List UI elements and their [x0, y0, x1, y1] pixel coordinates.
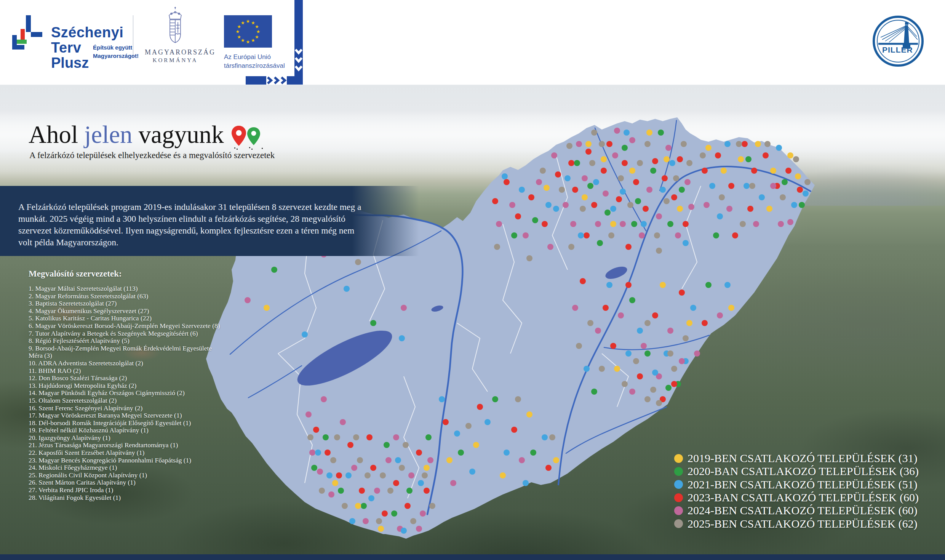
settlement-dot [749, 183, 755, 189]
legend-item: 2024-BEN CSATLAKOZÓ TELEPÜLÉSEK (60) [674, 504, 919, 517]
settlement-dot [702, 320, 708, 326]
settlement-dot [635, 198, 641, 204]
settlement-dot [302, 331, 308, 338]
settlement-dot [747, 206, 753, 212]
settlement-dot [753, 221, 759, 227]
settlement-dot [770, 168, 776, 174]
settlement-dot [326, 472, 333, 478]
settlement-dot [399, 465, 405, 471]
settlement-dot [679, 358, 685, 364]
settlement-dot [764, 141, 771, 147]
settlement-dot [313, 427, 319, 433]
settlement-dot [620, 189, 626, 195]
legend-dot-icon [674, 519, 683, 528]
settlement-dot [715, 152, 721, 158]
settlement-dot [622, 145, 628, 151]
legend-item-label: 2019-BEN CSATLAKOZÓ TELEPÜLÉSEK (31) [688, 452, 918, 465]
settlement-dot [401, 305, 407, 311]
settlement-dot [416, 450, 422, 456]
settlement-dot [370, 465, 376, 471]
settlement-dot [355, 503, 361, 509]
settlement-dot [643, 206, 649, 212]
settlement-dot [803, 190, 809, 197]
settlement-dot [315, 450, 321, 456]
settlement-dot [728, 305, 734, 311]
settlement-dot [724, 282, 731, 288]
settlement-dot [717, 213, 723, 219]
settlement-dot [332, 480, 338, 486]
settlement-dot [519, 457, 525, 463]
settlement-dot [679, 290, 685, 296]
settlement-dot [603, 190, 609, 197]
settlement-dot [677, 206, 683, 212]
legend-item: 2020-BAN CSATLAKOZÓ TELEPÜLÉSEK (36) [674, 465, 919, 478]
settlement-dot [582, 194, 588, 200]
piller-logo: PILLÉR [871, 14, 925, 68]
settlement-dot [584, 366, 590, 372]
settlement-dot [391, 510, 397, 517]
settlement-dot [709, 183, 715, 189]
settlement-dot [614, 366, 620, 372]
settlement-dot [616, 196, 622, 202]
settlement-dot [641, 221, 647, 227]
settlement-dot [705, 282, 712, 288]
settlement-dot [625, 350, 632, 357]
settlement-dot [418, 480, 424, 486]
settlement-dot [580, 206, 586, 212]
settlement-dot [321, 396, 327, 402]
settlement-dot [366, 434, 373, 440]
settlement-dot [601, 156, 607, 162]
settlement-dot [305, 411, 312, 418]
org-list-item: 4. Magyar Ökumenikus Segélyszervezet (27… [29, 307, 224, 315]
settlement-dot [410, 518, 416, 524]
settlement-dot [658, 130, 664, 136]
settlement-dot [782, 179, 788, 185]
settlement-dot [530, 450, 536, 456]
settlement-dot [591, 130, 597, 136]
settlement-dot [359, 488, 365, 494]
settlement-dot [325, 450, 331, 456]
settlement-dot [724, 141, 731, 147]
settlement-dot [776, 145, 782, 151]
settlement-dot [572, 187, 578, 193]
settlement-dot [700, 152, 706, 158]
settlement-dot [502, 173, 508, 179]
settlement-dot [574, 160, 580, 166]
legend-item-label: 2025-BEN CSATLAKOZÓ TELEPÜLÉSEK (62) [688, 517, 918, 530]
settlement-dot [599, 366, 605, 372]
settlement-dot [401, 528, 407, 534]
settlement-dot [492, 396, 498, 402]
piller-label: PILLÉR [882, 45, 913, 54]
settlement-dot [570, 221, 576, 227]
legend-item-label: 2023-BAN CSATLAKOZÓ TELEPÜLÉSEK (60) [688, 491, 919, 504]
settlement-dot [511, 427, 517, 433]
settlement-dot [443, 419, 449, 425]
settlement-dot [585, 149, 592, 155]
legend-item: 2025-BEN CSATLAKOZÓ TELEPÜLÉSEK (62) [674, 517, 919, 530]
settlement-dot [780, 194, 786, 200]
settlement-dot [544, 185, 550, 191]
settlement-dot [355, 259, 361, 265]
settlement-dot [745, 156, 752, 162]
settlement-dot [492, 198, 498, 204]
settlement-dot [553, 206, 559, 212]
settlement-dot [610, 206, 616, 212]
settlement-dot [671, 366, 677, 372]
settlement-dot [673, 175, 679, 181]
settlement-dot [568, 244, 574, 250]
legend-item: 2023-BAN CSATLAKOZÓ TELEPÜLÉSEK (60) [674, 491, 919, 504]
settlement-dot [340, 419, 346, 425]
settlement-dot [675, 232, 681, 238]
settlement-dot [363, 518, 369, 524]
org-list-item: 10. ADRA Adventista Szeretetszolgálat (2… [29, 360, 224, 367]
settlement-dot [509, 202, 515, 208]
settlement-dot [732, 232, 738, 238]
settlement-dot [387, 488, 393, 494]
org-list-item: 28. Világítani Fogok Egyesület (1) [29, 494, 224, 502]
settlement-dot [536, 179, 542, 185]
settlement-dot [751, 168, 757, 174]
settlement-dot [382, 510, 388, 517]
settlement-dot [637, 160, 643, 166]
settlement-dot [427, 457, 433, 463]
settlement-dot [738, 156, 744, 162]
